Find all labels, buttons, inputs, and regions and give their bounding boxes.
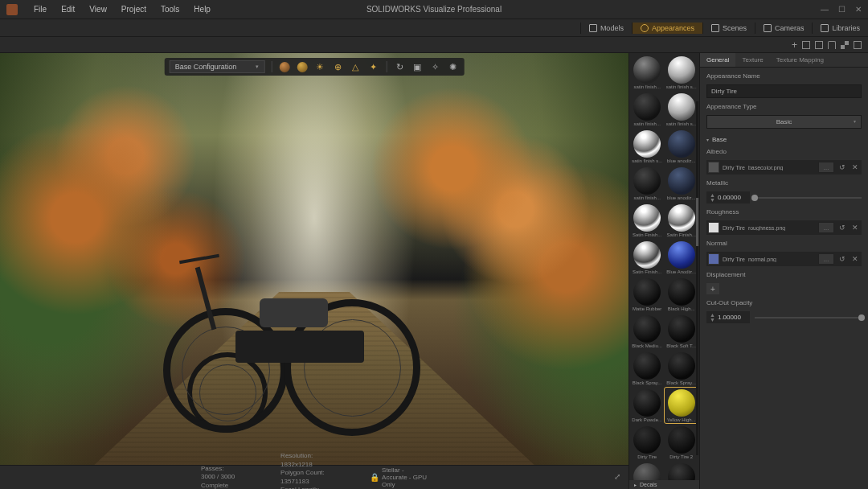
- tab-cameras[interactable]: Cameras: [755, 23, 813, 34]
- cutout-slider-thumb[interactable]: [858, 314, 865, 321]
- albedo-browse-button[interactable]: …: [818, 162, 834, 173]
- swatch-17[interactable]: Black Spray...: [665, 351, 698, 386]
- model-frame: [235, 331, 364, 363]
- metallic-value[interactable]: 0.00000: [718, 194, 747, 201]
- spinner-arrows[interactable]: ▲▼: [710, 313, 715, 322]
- appearance-name-input[interactable]: [706, 84, 862, 98]
- material-sphere-icon: [633, 167, 661, 195]
- roughness-browse-button[interactable]: …: [818, 222, 834, 233]
- swatch-7[interactable]: blue anodiz...: [665, 166, 698, 201]
- menu-view[interactable]: View: [83, 3, 113, 15]
- normal-remove-icon[interactable]: ✕: [850, 254, 860, 264]
- refresh-icon[interactable]: ↻: [393, 60, 406, 73]
- roughness-reset-icon[interactable]: ↺: [837, 223, 847, 232]
- swatch-20[interactable]: Dirty Tire: [631, 425, 663, 460]
- swatch-label: Yellow High...: [667, 417, 696, 422]
- list-icon[interactable]: [854, 41, 862, 49]
- render-viewport[interactable]: Base Configuration ☀ ⊕ △ ✦ ↻ ▣ ✧ ✺: [0, 53, 628, 465]
- tab-appearances[interactable]: Appearances: [632, 23, 702, 34]
- camera-icon[interactable]: ▣: [411, 60, 424, 73]
- section-base[interactable]: Base: [706, 136, 862, 143]
- displacement-add-button[interactable]: +: [706, 283, 719, 294]
- prop-tab-texture-mapping[interactable]: Texture Mapping: [770, 53, 830, 67]
- swatch-3[interactable]: satin finish s...: [665, 92, 698, 127]
- grid-large-icon[interactable]: [841, 41, 849, 49]
- menu-edit[interactable]: Edit: [55, 3, 81, 15]
- swatch-0[interactable]: satin finish...: [631, 55, 663, 90]
- roughness-chip[interactable]: [708, 222, 719, 233]
- appearance-type-select[interactable]: Basic: [706, 115, 862, 129]
- close-button[interactable]: ✕: [855, 5, 862, 14]
- swatch-19[interactable]: Yellow High...: [665, 388, 698, 423]
- sparkle-icon[interactable]: ✧: [428, 60, 441, 73]
- appearance-type-label: Appearance Type: [706, 103, 862, 110]
- scrollbar-thumb[interactable]: [696, 198, 698, 246]
- separator: [386, 61, 387, 72]
- swatch-label: satin finish...: [633, 195, 660, 200]
- library-decals-section[interactable]: Decals: [629, 480, 699, 489]
- swatch-18[interactable]: Dark Powde...: [631, 388, 663, 423]
- swatch-15[interactable]: Black Soft T...: [665, 314, 698, 349]
- configuration-select[interactable]: Base Configuration: [170, 60, 265, 73]
- triangle-icon[interactable]: △: [349, 60, 362, 73]
- normal-chip[interactable]: [708, 253, 719, 265]
- swatch-5[interactable]: blue anodiz...: [665, 129, 698, 164]
- menu-tools[interactable]: Tools: [154, 3, 186, 15]
- expand-button[interactable]: ⤢: [614, 472, 620, 481]
- swatch-2[interactable]: satin finish...: [631, 92, 663, 127]
- swatch-13[interactable]: Black High...: [665, 277, 698, 312]
- albedo-remove-icon[interactable]: ✕: [850, 162, 860, 172]
- menu-project[interactable]: Project: [115, 3, 153, 15]
- config-toolbar: Base Configuration ☀ ⊕ △ ✦ ↻ ▣ ✧ ✺: [165, 58, 465, 76]
- swatch-8[interactable]: Satin Finish...: [631, 203, 663, 238]
- roughness-remove-icon[interactable]: ✕: [850, 223, 860, 232]
- swatch-21[interactable]: Dirty Tire 2: [665, 425, 698, 460]
- globe-icon[interactable]: ⊕: [331, 60, 344, 73]
- model-seat: [260, 298, 328, 327]
- prop-tab-texture[interactable]: Texture: [735, 53, 769, 67]
- maximize-button[interactable]: ☐: [838, 5, 845, 14]
- sun-icon[interactable]: ☀: [313, 60, 326, 73]
- swatch-1[interactable]: satin finish s...: [665, 55, 698, 90]
- albedo-reset-icon[interactable]: ↺: [837, 162, 847, 172]
- swatch-10[interactable]: Satin Finish...: [631, 240, 663, 275]
- swatch-16[interactable]: Black Spray...: [631, 351, 663, 386]
- wireframe-icon[interactable]: [296, 60, 309, 73]
- swatch-14[interactable]: Black Mediu...: [631, 314, 663, 349]
- tool-icon-2[interactable]: [815, 41, 823, 49]
- normal-reset-icon[interactable]: ↺: [837, 254, 847, 264]
- library-scrollbar[interactable]: [696, 101, 698, 455]
- menu-file[interactable]: File: [27, 3, 53, 15]
- grid-small-icon[interactable]: [828, 41, 836, 49]
- cutout-spinner[interactable]: ▲▼ 1.00000: [706, 311, 750, 323]
- prop-tab-general[interactable]: General: [700, 53, 735, 67]
- cutout-value[interactable]: 1.00000: [718, 314, 747, 321]
- axes-icon[interactable]: ✦: [366, 60, 379, 73]
- spinner-arrows[interactable]: ▲▼: [710, 193, 715, 202]
- metallic-slider[interactable]: [755, 197, 862, 199]
- cutout-label: Cut-Out Opacity: [706, 299, 862, 306]
- separator: [271, 61, 272, 72]
- tab-models[interactable]: Models: [580, 23, 632, 34]
- tab-scenes[interactable]: Scenes: [702, 23, 755, 34]
- tool-icon-1[interactable]: [802, 41, 810, 49]
- cutout-slider[interactable]: [755, 317, 862, 318]
- albedo-chip[interactable]: [708, 162, 719, 173]
- swatch-12[interactable]: Matte Rubber: [631, 277, 663, 312]
- normal-browse-button[interactable]: …: [818, 253, 834, 265]
- swatch-11[interactable]: Blue Anodiz...: [665, 240, 698, 275]
- tab-libraries[interactable]: Libraries: [812, 23, 868, 34]
- minimize-button[interactable]: —: [821, 5, 829, 14]
- swatch-label: Blue Anodiz...: [666, 269, 696, 274]
- swatch-4[interactable]: satin finish s...: [631, 129, 663, 164]
- appearance-shader-icon[interactable]: [278, 60, 291, 73]
- add-button[interactable]: +: [792, 39, 797, 51]
- model-trike[interactable]: [163, 238, 428, 439]
- swatch-9[interactable]: Satin Finish...: [665, 203, 698, 238]
- magic-icon[interactable]: ✺: [446, 60, 459, 73]
- metallic-slider-thumb[interactable]: [751, 195, 758, 201]
- swatch-label: Dark Powde...: [632, 417, 662, 422]
- menu-help[interactable]: Help: [187, 3, 217, 15]
- metallic-spinner[interactable]: ▲▼ 0.00000: [706, 191, 750, 203]
- swatch-6[interactable]: satin finish...: [631, 166, 663, 201]
